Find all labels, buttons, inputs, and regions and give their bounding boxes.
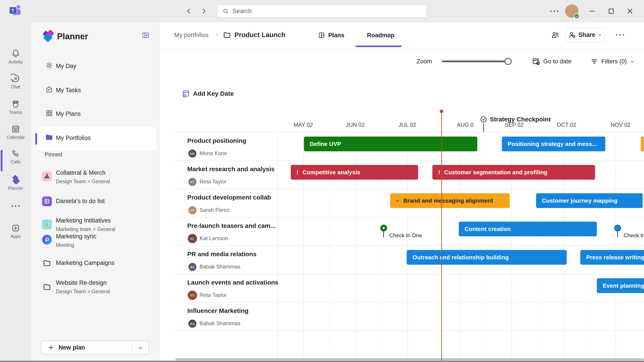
task-bar-competitive-analysis[interactable]: !Competitive analysis (291, 165, 418, 180)
checkpoint-label: Strategy Checkpoint (490, 116, 550, 123)
priority-medium-icon: – (396, 197, 399, 204)
more-options-icon[interactable] (550, 10, 558, 12)
rail-item-activity[interactable]: Activity (0, 49, 31, 64)
planner-icon (0, 175, 31, 185)
horizontal-scrollbar[interactable] (176, 358, 644, 361)
close-button[interactable] (626, 7, 634, 15)
new-plan-button[interactable]: New plan (41, 341, 149, 355)
minimize-button[interactable] (588, 7, 596, 15)
rail-item-calls[interactable]: Calls (0, 149, 31, 165)
today-marker-line (441, 112, 442, 362)
add-key-date-button[interactable]: Add Key Date (182, 89, 234, 98)
plus-icon (47, 344, 54, 351)
task-bar-outreach[interactable]: Outreach and relationship building (407, 250, 567, 265)
milestone-label: Check In (624, 232, 644, 239)
month-label: OCT 02 (557, 122, 576, 128)
row-title[interactable]: Influencer Marketing (187, 307, 248, 315)
zoom-slider-thumb[interactable] (504, 58, 512, 65)
milestone-label: Check In One (389, 232, 422, 239)
rail-item-planner[interactable]: Planner (0, 175, 31, 191)
svg-text:T: T (12, 8, 14, 13)
row-title[interactable]: Market research and analysis (187, 166, 275, 173)
rail-item-calendar[interactable]: Calendar (0, 124, 31, 140)
tab-roadmap[interactable]: Roadmap (367, 32, 394, 39)
filters-button[interactable]: Filters (0) (601, 58, 627, 65)
more-actions-icon[interactable] (616, 34, 624, 35)
month-label: MAY 02 (294, 122, 313, 128)
row-title[interactable]: Pre-launch teasers and cam... (187, 222, 276, 229)
sidebar-item-my-day[interactable]: My Day (36, 57, 156, 77)
task-bar-define-uvp[interactable]: Define UVP (304, 137, 477, 151)
zoom-slider[interactable] (442, 60, 512, 62)
month-label: NOV 02 (611, 122, 630, 128)
maximize-button[interactable] (607, 7, 615, 15)
breadcrumb-root[interactable]: My portfolios (174, 32, 208, 39)
task-bar-content-creation[interactable]: Content creation (459, 222, 597, 236)
main-content: My portfolios Product Launch Plans Roadm… (160, 22, 644, 362)
sidebar-item-my-tasks[interactable]: My Tasks (36, 81, 156, 101)
members-icon[interactable] (550, 30, 560, 40)
grid-line (176, 132, 644, 133)
milestone-dot (382, 227, 385, 229)
task-bar-clipped[interactable] (641, 137, 644, 151)
today-marker-dot[interactable] (440, 110, 443, 113)
rail-item-teams[interactable]: Teams (0, 99, 31, 115)
row-title[interactable]: Launch events and activations (187, 279, 278, 286)
grid-line (176, 302, 644, 303)
rail-item-apps[interactable]: Apps (0, 223, 31, 239)
assignee-name: Reta Taylor (200, 292, 226, 298)
ellipsis-icon (0, 205, 31, 207)
assignee-name: Sarah Perez (200, 207, 229, 213)
chevron-down-icon[interactable] (629, 58, 635, 65)
zoom-label: Zoom (416, 58, 432, 65)
go-to-date-button[interactable]: Go to date (543, 58, 572, 65)
bell-icon (0, 49, 31, 58)
milestone-check-in-one[interactable] (380, 225, 387, 231)
avatar[interactable] (565, 4, 578, 18)
apps-plus-icon (0, 223, 31, 233)
assignee-name: Babak Shammas (200, 264, 240, 270)
task-bar-positioning-strategy[interactable]: Positioning strategy and mess... (502, 137, 605, 151)
phone-icon (0, 149, 31, 159)
rail-more-apps[interactable] (0, 205, 31, 207)
chat-icon (0, 74, 31, 83)
task-bar-brand-messaging[interactable]: –Brand and messaging alignment (390, 193, 510, 208)
task-bar-event-planning[interactable]: Event planning (597, 278, 644, 293)
month-label: JUL 02 (399, 122, 416, 128)
active-tab-underline (356, 45, 402, 47)
avatar: BS (188, 320, 196, 328)
plans-tab-icon (318, 31, 325, 39)
search-icon (222, 8, 229, 14)
folder-outline-icon (42, 282, 52, 292)
presence-available-icon (574, 13, 580, 19)
search-input[interactable] (232, 8, 412, 15)
avatar: SP (188, 206, 196, 214)
search-box[interactable] (217, 5, 427, 18)
chevron-down-icon[interactable] (137, 345, 144, 351)
milestone-check-in[interactable] (614, 225, 621, 231)
task-bar-customer-segmentation[interactable]: !Customer segmentation and profiling (432, 165, 595, 180)
teams-people-icon (0, 99, 31, 109)
task-bar-press-release[interactable]: Press release writing (580, 250, 644, 265)
calendar-add-icon (182, 89, 190, 98)
row-title[interactable]: Product development collab (187, 194, 271, 201)
row-title[interactable]: Product positioning (187, 137, 246, 144)
row-title[interactable]: PR and media relations (187, 251, 256, 258)
rail-item-chat[interactable]: Chat (0, 74, 31, 89)
megaphone-icon (42, 220, 52, 229)
avatar: RT (188, 291, 196, 299)
sidebar-item-my-plans[interactable]: My Plans (36, 105, 156, 125)
collapse-sidebar-button[interactable] (142, 31, 150, 39)
checkpoint-check-icon[interactable] (480, 115, 488, 123)
tab-plans[interactable]: Plans (328, 32, 344, 39)
planner-logo-icon (41, 30, 56, 44)
forward-button[interactable] (200, 7, 208, 15)
sidebar-item-my-portfolios[interactable]: My Portfolios (36, 129, 156, 149)
assignee-name: Mona Kane (200, 150, 227, 157)
task-bar-customer-journey[interactable]: Customer journey mapping (536, 193, 643, 208)
share-button[interactable]: Share (566, 28, 605, 42)
breadcrumb-chevron-icon (214, 32, 220, 37)
header-divider (160, 50, 644, 50)
assignee-name: Kat Larsson (200, 235, 228, 241)
back-button[interactable] (185, 7, 193, 15)
